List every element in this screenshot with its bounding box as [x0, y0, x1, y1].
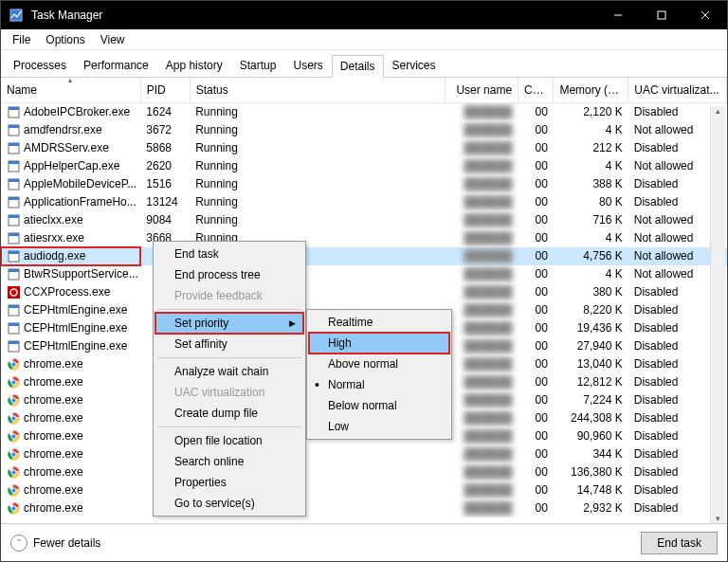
menuitem-provide-feedback: Provide feedback: [155, 285, 303, 306]
memory: 2,120 K: [554, 103, 628, 121]
titlebar: Task Manager: [1, 1, 727, 29]
tab-performance[interactable]: Performance: [75, 54, 157, 77]
submenu-arrow-icon: ▶: [289, 318, 296, 328]
fewer-details-button[interactable]: ˄ Fewer details: [10, 535, 100, 552]
tab-details[interactable]: Details: [332, 55, 384, 78]
user-name: ██████: [446, 409, 519, 427]
memory: 716 K: [554, 211, 628, 229]
table-row[interactable]: atieclxx.exe9084Running██████00716 KNot …: [1, 211, 727, 229]
col-cpu[interactable]: CPU: [519, 78, 554, 103]
tab-processes[interactable]: Processes: [5, 54, 75, 77]
menuitem-end-process-tree[interactable]: End process tree: [155, 264, 303, 285]
tab-users[interactable]: Users: [284, 54, 331, 77]
tab-services[interactable]: Services: [384, 54, 445, 77]
checked-dot-icon: •: [315, 377, 319, 392]
table-row[interactable]: CCXProcess.exe██████00380 KDisabled: [1, 283, 727, 301]
col-name[interactable]: Name▴: [1, 78, 140, 103]
pid: 13124: [140, 193, 190, 211]
cpu: 00: [519, 265, 554, 283]
process-name: AdobeIPCBroker.exe: [24, 105, 130, 118]
user-name: ██████: [446, 175, 519, 193]
user-name: ██████: [446, 229, 519, 247]
process-name: chrome.exe: [24, 411, 83, 425]
table-row[interactable]: AMDRSServ.exe5868Running██████00212 KDis…: [1, 139, 727, 157]
context-menu[interactable]: End taskEnd process treeProvide feedback…: [153, 241, 306, 517]
status: Running: [190, 121, 446, 139]
menuitem-set-priority[interactable]: Set priority▶: [155, 313, 303, 334]
priority-submenu[interactable]: RealtimeHighAbove normalNormal•Below nor…: [306, 309, 452, 440]
tab-startup[interactable]: Startup: [231, 54, 285, 77]
menuitem-open-file-location[interactable]: Open file location: [155, 430, 303, 451]
table-row[interactable]: ApplicationFrameHo...13124Running██████0…: [1, 193, 727, 211]
table-row[interactable]: audiodg.exe██████004,756 KNot allowed: [1, 247, 727, 265]
user-name: ██████: [446, 139, 519, 157]
process-name: chrome.exe: [24, 447, 83, 461]
user-name: ██████: [446, 499, 519, 517]
cpu: 00: [519, 193, 554, 211]
col-uac-virtualizat-[interactable]: UAC virtualizat...: [628, 78, 727, 103]
menuitem-properties[interactable]: Properties: [155, 472, 303, 493]
svg-rect-14: [9, 179, 19, 182]
user-name: ██████: [446, 391, 519, 409]
table-row[interactable]: amdfendrsr.exe3672Running██████004 KNot …: [1, 121, 727, 139]
maximize-button[interactable]: [640, 1, 683, 29]
col-memory-a-[interactable]: Memory (a...: [554, 78, 628, 103]
svg-rect-25: [8, 286, 20, 299]
menu-options[interactable]: Options: [38, 31, 92, 48]
cpu: 00: [519, 319, 554, 337]
svg-rect-16: [9, 197, 19, 200]
end-task-button[interactable]: End task: [641, 532, 718, 554]
scroll-down-icon[interactable]: ▾: [711, 514, 725, 523]
pid: 1624: [140, 103, 190, 121]
menuitem-low[interactable]: Low: [309, 416, 449, 437]
process-name: ApplicationFrameHo...: [24, 195, 136, 208]
close-button[interactable]: [683, 1, 727, 29]
table-row[interactable]: chrome.exe██████002,932 KDisabled: [1, 499, 727, 517]
table-row[interactable]: chrome.exe██████00344 KDisabled: [1, 445, 727, 463]
scrollbar[interactable]: ▴▾: [710, 106, 725, 523]
table-row[interactable]: BtwRSupportService...██████004 KNot allo…: [1, 265, 727, 283]
menuitem-end-task[interactable]: End task: [155, 244, 303, 264]
svg-point-50: [10, 505, 15, 510]
status: Running: [190, 193, 446, 211]
menu-view[interactable]: View: [93, 31, 133, 48]
memory: 344 K: [554, 445, 628, 463]
menu-file[interactable]: File: [5, 31, 38, 48]
menuitem-go-to-service-s-[interactable]: Go to service(s): [155, 493, 303, 514]
svg-point-44: [10, 451, 15, 456]
chrome-icon: [7, 375, 20, 389]
table-row[interactable]: AppHelperCap.exe2620Running██████004 KNo…: [1, 157, 727, 175]
menuitem-normal[interactable]: Normal•: [309, 374, 449, 395]
table-row[interactable]: AdobeIPCBroker.exe1624Running██████002,1…: [1, 103, 727, 121]
menuitem-above-normal[interactable]: Above normal: [309, 354, 449, 374]
memory: 14,748 K: [554, 481, 628, 499]
cpu: 00: [519, 355, 554, 373]
menuitem-search-online[interactable]: Search online: [155, 451, 303, 472]
col-pid[interactable]: PID: [140, 78, 190, 103]
table-row[interactable]: chrome.exe██████00136,380 KDisabled: [1, 463, 727, 481]
pid: 2620: [140, 157, 190, 175]
generic-app-icon: [7, 159, 20, 172]
generic-app-icon: [7, 321, 20, 335]
table-row[interactable]: atiesrxx.exe3668Running██████004 KNot al…: [1, 229, 727, 247]
user-name: ██████: [446, 373, 519, 391]
col-status[interactable]: Status: [190, 78, 446, 103]
table-row[interactable]: chrome.exe██████0014,748 KDisabled: [1, 481, 727, 499]
menuitem-set-affinity[interactable]: Set affinity: [155, 334, 303, 354]
menuitem-analyze-wait-chain[interactable]: Analyze wait chain: [155, 361, 303, 382]
pid: 9084: [140, 211, 190, 229]
menuitem-below-normal[interactable]: Below normal: [309, 395, 449, 416]
scroll-up-icon[interactable]: ▴: [711, 106, 725, 116]
process-name: chrome.exe: [24, 465, 83, 479]
menuitem-create-dump-file[interactable]: Create dump file: [155, 403, 303, 424]
col-user-name[interactable]: User name: [446, 78, 519, 103]
user-name: ██████: [446, 103, 519, 121]
menuitem-realtime[interactable]: Realtime: [309, 312, 449, 333]
menuitem-high[interactable]: High: [309, 333, 449, 354]
tab-app-history[interactable]: App history: [157, 54, 231, 77]
minimize-button[interactable]: [596, 1, 640, 29]
cc-app-icon: [7, 285, 20, 299]
memory: 212 K: [554, 139, 628, 157]
table-row[interactable]: AppleMobileDeviceP...1516Running██████00…: [1, 175, 727, 193]
memory: 4 K: [554, 157, 628, 175]
